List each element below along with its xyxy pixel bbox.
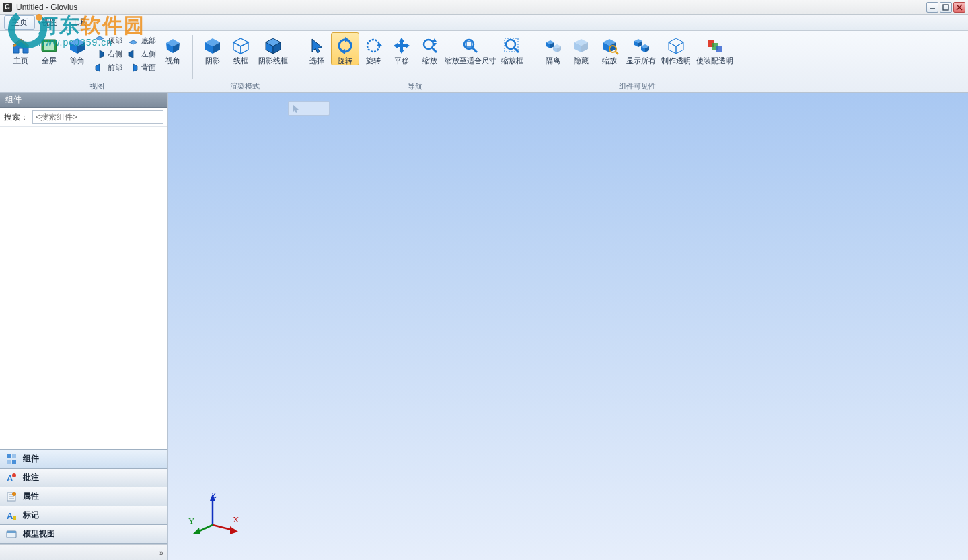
search-input[interactable] <box>32 110 163 124</box>
maximize-button[interactable] <box>940 2 952 13</box>
svg-rect-7 <box>44 42 54 50</box>
isolate-button[interactable]: 隔离 <box>539 32 567 65</box>
svg-rect-75 <box>716 46 722 52</box>
svg-rect-76 <box>7 454 11 458</box>
left-view-button[interactable]: 左侧 <box>125 47 159 61</box>
svg-rect-39 <box>398 44 406 47</box>
axis-x-label: X <box>233 514 239 525</box>
svg-point-86 <box>12 492 16 496</box>
shaded-icon <box>202 36 223 56</box>
tab-model-views[interactable]: 模型视图 <box>0 525 167 544</box>
svg-point-40 <box>424 40 433 49</box>
search-row: 搜索： <box>0 108 167 127</box>
group-label-visibility: 组件可见性 <box>619 80 656 92</box>
show-all-icon <box>631 36 651 56</box>
zoom-to-button[interactable]: 缩放 <box>595 32 624 65</box>
show-all-button[interactable]: 显示所有 <box>624 32 659 65</box>
component-tree[interactable] <box>0 127 167 449</box>
svg-marker-23 <box>233 38 248 46</box>
make-transparent-button[interactable]: 制作透明 <box>659 32 694 65</box>
svg-text:A: A <box>7 511 13 521</box>
svg-rect-88 <box>13 516 16 520</box>
svg-marker-91 <box>293 104 299 113</box>
right-view-button[interactable]: 右侧 <box>91 47 125 61</box>
wireframe-button[interactable]: 线框 <box>227 32 255 65</box>
asm-transparent-button[interactable]: 使装配透明 <box>694 32 735 65</box>
svg-marker-11 <box>96 36 104 40</box>
ribbon-toolbar: 主页 全屏 等角 顶部 右侧 前部 底部 左侧 背面 视角 <box>0 31 968 93</box>
shaded-wire-button[interactable]: 阴影线框 <box>255 32 291 65</box>
close-button[interactable] <box>953 2 965 13</box>
select-button[interactable]: 选择 <box>303 32 331 65</box>
hide-button[interactable]: 隐藏 <box>567 32 595 65</box>
iso-view-button[interactable]: 等角 <box>63 32 91 65</box>
shaded-wire-icon <box>263 36 283 56</box>
hide-icon <box>571 36 591 56</box>
zoom-to-icon <box>599 36 620 56</box>
svg-marker-70 <box>669 38 683 46</box>
svg-marker-97 <box>230 526 238 534</box>
rotate-button[interactable]: 旋转 <box>331 32 359 65</box>
svg-marker-25 <box>241 42 248 54</box>
bottom-view-button[interactable]: 底部 <box>125 34 159 47</box>
cube-back-icon <box>128 62 139 73</box>
svg-point-81 <box>12 473 16 477</box>
top-view-button[interactable]: 顶部 <box>91 34 125 47</box>
svg-line-45 <box>472 48 477 52</box>
zoom-box-button[interactable]: 缩放框 <box>496 32 527 65</box>
spin-icon <box>363 36 383 56</box>
collapse-chevron-icon[interactable]: » <box>159 549 162 557</box>
svg-marker-14 <box>129 40 137 44</box>
markup-icon: A <box>5 510 17 522</box>
wireframe-icon <box>231 36 251 56</box>
svg-line-41 <box>432 48 437 52</box>
tab-components[interactable]: 组件 <box>0 450 167 469</box>
viewport-3d[interactable]: Z Y X <box>168 93 968 560</box>
minimize-button[interactable] <box>926 2 938 13</box>
tab-annotations[interactable]: A 批注 <box>0 469 167 487</box>
tab-properties[interactable]: 属性 <box>0 487 167 506</box>
back-view-button[interactable]: 背面 <box>125 61 159 74</box>
fullscreen-icon <box>39 36 59 56</box>
menu-home[interactable]: 主页 <box>4 15 35 30</box>
pan-button[interactable]: 平移 <box>387 32 416 65</box>
svg-rect-46 <box>466 42 472 47</box>
cube-front-icon <box>94 62 105 73</box>
zoom-box-icon <box>502 36 522 56</box>
axis-y-label: Y <box>188 516 194 526</box>
shaded-button[interactable]: 阴影 <box>198 32 227 65</box>
perspective-button[interactable]: 视角 <box>159 32 187 65</box>
asm-transparent-icon <box>704 36 724 56</box>
svg-rect-79 <box>12 460 16 464</box>
home-view-button[interactable]: 主页 <box>7 32 35 65</box>
tab-markup[interactable]: A 标记 <box>0 506 167 525</box>
sidebar-footer: » <box>0 544 167 560</box>
menu-tools[interactable]: 工具 <box>65 15 94 30</box>
zoom-button[interactable]: 缩放 <box>416 32 444 65</box>
svg-point-44 <box>464 40 474 49</box>
front-view-button[interactable]: 前部 <box>91 61 125 74</box>
zoom-fit-button[interactable]: 缩放至适合尺寸 <box>444 32 496 65</box>
svg-marker-13 <box>96 64 100 71</box>
menu-bar: 主页 视图 工具 <box>0 15 968 31</box>
spin-button[interactable]: 旋转 <box>359 32 387 65</box>
svg-rect-77 <box>12 454 16 458</box>
svg-point-47 <box>506 40 515 49</box>
annotations-icon: A <box>5 472 17 484</box>
svg-marker-37 <box>406 43 410 48</box>
fullscreen-button[interactable]: 全屏 <box>35 32 63 65</box>
svg-rect-78 <box>7 460 11 464</box>
group-label-nav: 导航 <box>408 80 422 92</box>
sidebar: 组件 搜索： 组件 A 批注 属性 A 标记 <box>0 93 168 560</box>
svg-marker-35 <box>399 50 404 54</box>
svg-marker-72 <box>676 42 683 54</box>
cube-bottom-icon <box>128 35 139 46</box>
menu-view[interactable]: 视图 <box>35 15 65 30</box>
cube-iso-icon <box>67 36 87 56</box>
floating-hint <box>288 101 330 116</box>
cube-top-icon <box>94 35 105 46</box>
svg-rect-90 <box>7 531 16 533</box>
axis-triad: Z Y X <box>192 493 246 543</box>
svg-marker-71 <box>669 42 676 54</box>
svg-marker-42 <box>433 38 437 42</box>
